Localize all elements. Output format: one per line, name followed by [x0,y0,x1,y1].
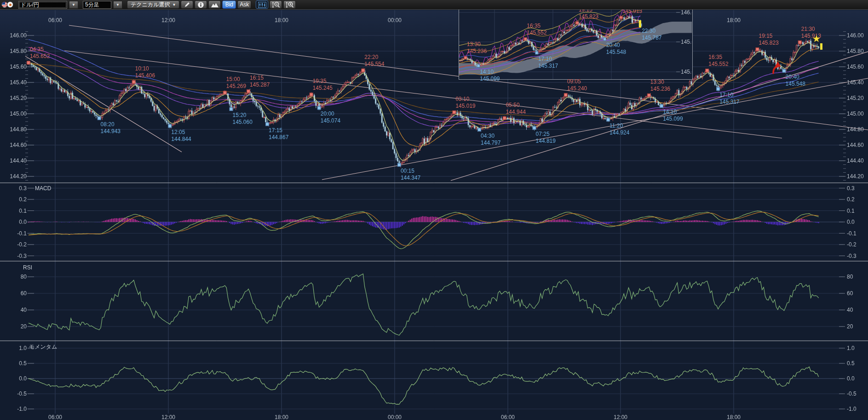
bid-toggle-button[interactable]: Bid [222,0,236,9]
timeframe-dropdown-arrow-icon[interactable]: ▼ [113,1,122,9]
vertical-zoom-out-button[interactable] [270,0,282,9]
toolbar: ドル/円 ▼ 5分足 ▼ テクニカル選択 ▼ Bid [0,0,868,10]
technical-select-label: テクニカル選択 [131,1,170,9]
inset-chart-window[interactable] [459,7,693,80]
area-chart-button[interactable] [208,0,221,9]
bid-label: Bid [225,1,233,8]
chart-canvas[interactable] [0,0,868,420]
zoom-out-icon [272,1,280,8]
pencil-icon [184,1,190,8]
vertical-zoom-in-button[interactable] [283,0,296,9]
currency-pair-select[interactable]: ドル/円 [18,1,67,9]
timeframe-select[interactable]: 5分足 [83,1,111,9]
technical-select-button[interactable]: テクニカル選択 ▼ [127,0,179,9]
candle-style-icon [258,2,266,8]
jp-flag-icon [7,1,13,8]
info-icon [197,1,204,8]
zoom-in-icon [286,1,294,8]
currency-pair-dropdown-arrow-icon[interactable]: ▼ [69,1,78,9]
timeframe-label: 5分足 [85,1,99,9]
ask-toggle-button[interactable]: Ask [237,0,251,9]
chart-area[interactable]: 146.00145.80145.60145.40145.20145.00144.… [0,0,868,420]
currency-pair-label: ドル/円 [21,1,39,9]
trading-app-window: ドル/円 ▼ 5分足 ▼ テクニカル選択 ▼ Bid [0,0,868,420]
ask-label: Ask [240,1,249,8]
currency-pair-flags-icon [1,1,17,8]
mountain-chart-icon [211,2,218,8]
pencil-button[interactable] [181,0,193,9]
candle-style-button[interactable] [256,0,268,9]
info-button[interactable] [195,0,207,9]
chevron-down-icon: ▼ [172,3,176,7]
